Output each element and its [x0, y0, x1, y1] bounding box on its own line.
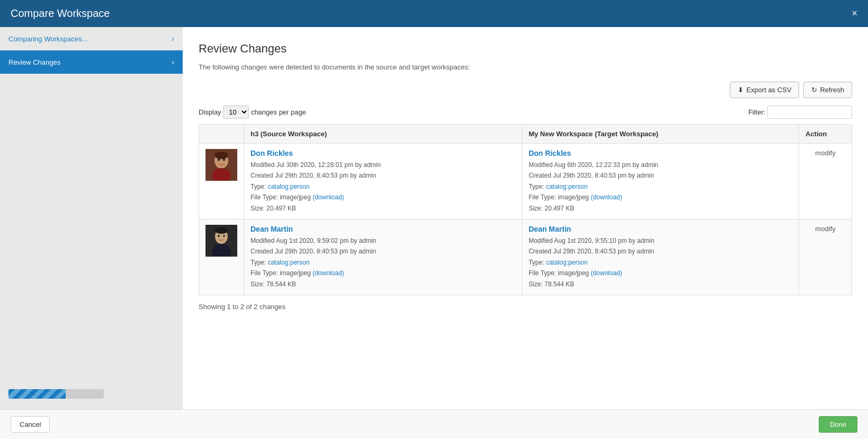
svg-point-9 [218, 235, 220, 237]
col-target-header: My New Workspace (Target Workspace) [522, 125, 799, 144]
per-page-select[interactable]: 10 25 50 [223, 106, 249, 119]
main-content: Review Changes The following changes wer… [183, 27, 868, 409]
filter-label: Filter: [748, 108, 766, 116]
cancel-button[interactable]: Cancel [11, 416, 50, 433]
action-cell: modify [799, 144, 852, 220]
display-label: Display [199, 108, 221, 116]
target-record-name[interactable]: Don Rickles [529, 149, 658, 157]
refresh-icon: ↻ [811, 86, 817, 94]
target-type-link[interactable]: catalog:person [546, 259, 588, 266]
export-label: Export as CSV [746, 86, 791, 94]
modal-body: Comparing Workspaces... › Review Changes… [0, 27, 868, 409]
col-thumb [199, 125, 244, 144]
source-cell: Dean Martin Modified Aug 1st 2020, 9:59:… [244, 219, 522, 295]
table-row: Dean Martin Modified Aug 1st 2020, 9:59:… [199, 219, 852, 295]
refresh-button[interactable]: ↻ Refresh [803, 82, 852, 98]
chevron-right-icon: › [172, 34, 174, 43]
target-download-link[interactable]: (download) [590, 194, 622, 201]
target-cell: Dean Martin Modified Aug 1st 2020, 9:55:… [522, 219, 799, 295]
svg-point-10 [223, 235, 225, 237]
source-cell: Don Rickles Modified Jul 30th 2020, 12:2… [244, 144, 522, 220]
source-download-link[interactable]: (download) [312, 194, 344, 201]
thumbnail [205, 149, 237, 181]
target-record-meta: Modified Aug 6th 2020, 12:22:33 pm by ad… [529, 160, 658, 214]
changes-table: h3 (Source Workspace) My New Workspace (… [199, 124, 852, 295]
target-record-name[interactable]: Dean Martin [529, 225, 655, 233]
sidebar-item-label: Comparing Workspaces... [8, 35, 87, 43]
page-description: The following changes were detected to d… [199, 63, 852, 71]
table-row: Don Rickles Modified Jul 30th 2020, 12:2… [199, 144, 852, 220]
progress-bar-fill [8, 389, 66, 399]
modal-title: Compare Workspace [11, 7, 110, 20]
svg-point-5 [214, 152, 228, 159]
thumb-cell [199, 144, 244, 220]
page-title: Review Changes [199, 42, 852, 56]
svg-point-11 [215, 227, 228, 234]
chevron-right-icon: › [172, 58, 174, 66]
sidebar-item-review[interactable]: Review Changes › [0, 50, 183, 74]
thumb-cell [199, 219, 244, 295]
source-record-meta: Modified Aug 1st 2020, 9:59:02 pm by adm… [250, 235, 377, 289]
compare-workspace-modal: Compare Workspace × Comparing Workspaces… [0, 0, 868, 439]
filter-input[interactable] [767, 106, 852, 119]
col-source-header: h3 (Source Workspace) [244, 125, 522, 144]
col-action-header: Action [799, 125, 852, 144]
controls-row: Display 10 25 50 changes per page Filter… [199, 106, 852, 119]
source-record-name[interactable]: Don Rickles [250, 149, 381, 157]
source-record-meta: Modified Jul 30th 2020, 12:28:01 pm by a… [250, 160, 381, 214]
sidebar-progress [0, 381, 183, 409]
target-cell: Don Rickles Modified Aug 6th 2020, 12:22… [522, 144, 799, 220]
target-download-link[interactable]: (download) [590, 269, 622, 277]
target-record-meta: Modified Aug 1st 2020, 9:55:10 pm by adm… [529, 235, 655, 289]
progress-bar [8, 389, 104, 399]
done-button[interactable]: Done [819, 416, 857, 433]
close-button[interactable]: × [852, 8, 857, 19]
sidebar-item-comparing[interactable]: Comparing Workspaces... › [0, 27, 183, 50]
download-icon: ⬇ [738, 86, 744, 94]
per-page-label: changes per page [251, 108, 306, 116]
toolbar: ⬇ Export as CSV ↻ Refresh [199, 82, 852, 98]
refresh-label: Refresh [820, 86, 844, 94]
source-type-link[interactable]: catalog:person [268, 259, 310, 266]
showing-text: Showing 1 to 2 of 2 changes [199, 303, 852, 311]
thumbnail [205, 225, 237, 257]
sidebar: Comparing Workspaces... › Review Changes… [0, 27, 183, 409]
sidebar-item-label: Review Changes [8, 58, 60, 66]
modal-footer: Cancel Done [0, 409, 868, 439]
source-type-link[interactable]: catalog:person [268, 183, 310, 190]
action-cell: modify [799, 219, 852, 295]
target-type-link[interactable]: catalog:person [546, 183, 588, 190]
export-csv-button[interactable]: ⬇ Export as CSV [730, 82, 799, 98]
source-record-name[interactable]: Dean Martin [250, 225, 377, 233]
source-download-link[interactable]: (download) [312, 269, 344, 277]
modal-header: Compare Workspace × [0, 0, 868, 27]
